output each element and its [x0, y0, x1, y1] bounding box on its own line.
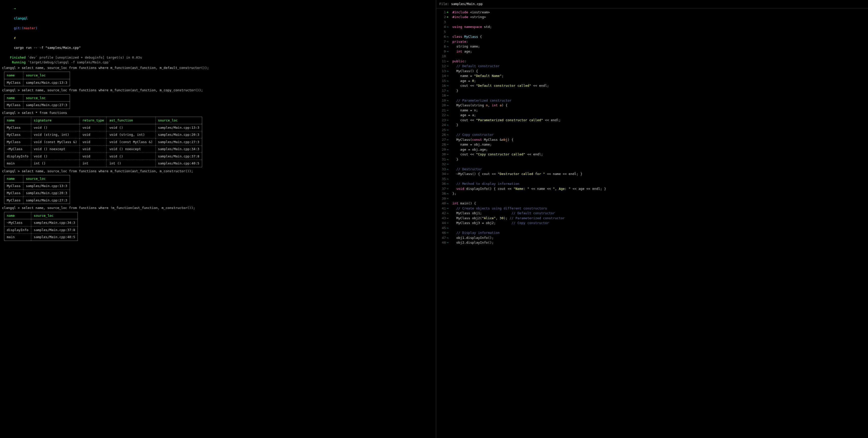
gutter-line: 42~ — [439, 211, 450, 216]
code-line[interactable]: }; — [453, 191, 606, 196]
repl-prompt: clangql > — [2, 66, 22, 70]
gutter-line: 2+ — [439, 14, 450, 20]
table-cell: MyClass — [4, 102, 23, 109]
code-line[interactable]: cout << "Parameterized constructor calle… — [453, 118, 606, 123]
code-line[interactable]: // Default constructor — [453, 64, 606, 69]
git-branch: master — [24, 26, 35, 30]
git-dirty-icon: ✗ — [14, 36, 16, 40]
code-line[interactable]: obj1.displayInfo(); — [453, 235, 606, 240]
table-cell: void () — [107, 153, 155, 160]
code-line[interactable]: #include <string> — [453, 14, 606, 20]
table-cell: samples/Main.cpp:27:3 — [23, 102, 70, 109]
code-line[interactable]: name = n; — [453, 108, 606, 113]
code-line[interactable]: MyClass obj1; // Default constructor — [453, 211, 606, 216]
code-line[interactable]: name = obj.name; — [453, 142, 606, 147]
code-line[interactable]: int age; — [453, 49, 606, 54]
table-header-cell: name — [4, 117, 31, 124]
code-line[interactable]: #include <iostream> — [453, 10, 606, 15]
code-line[interactable] — [453, 176, 606, 181]
code-line[interactable]: int main() { — [453, 201, 606, 206]
git-open: git:( — [14, 26, 24, 30]
code-line[interactable]: MyClass(const MyClass &obj) { — [453, 137, 606, 142]
table-cell: int — [80, 160, 107, 167]
code-line[interactable] — [453, 128, 606, 133]
running-text: `target/debug/clangql -f samples/Main.cp… — [26, 60, 111, 64]
code-line[interactable] — [453, 162, 606, 167]
code-line[interactable]: age = 0; — [453, 78, 606, 83]
code-line[interactable]: cout << "Copy constructor called" << end… — [453, 152, 606, 157]
table-cell: void (string, int) — [107, 131, 155, 139]
gutter-line: 25~ — [439, 128, 450, 133]
gutter-line: 29~ — [439, 147, 450, 152]
gutter-line: 11~ — [439, 59, 450, 64]
table-row: MyClasssamples/Main.cpp:27:3 — [4, 102, 70, 109]
gutter-line: 47~ — [439, 235, 450, 240]
gutter-line: 36~ — [439, 181, 450, 186]
code-line[interactable]: string name; — [453, 44, 606, 49]
code-line[interactable]: obj2.displayInfo(); — [453, 240, 606, 245]
code-content[interactable]: #include <iostream>#include <string> usi… — [451, 8, 608, 247]
table-cell: MyClass — [4, 79, 23, 86]
table-cell: void — [80, 131, 107, 139]
code-line[interactable]: // Display information — [453, 230, 606, 235]
gutter-line: 18~ — [439, 93, 450, 98]
code-line[interactable] — [453, 29, 606, 34]
code-line[interactable] — [453, 20, 606, 25]
code-line[interactable]: MyClass obj2("Alice", 30); // Parameteri… — [453, 216, 606, 221]
code-area[interactable]: 1+2+34~56~7~8~9~1011~12~13~14~15~16~17~1… — [436, 8, 868, 247]
prompt-arrow-icon: → — [14, 6, 16, 10]
table-header-cell: ast_function — [107, 117, 155, 124]
code-line[interactable]: name = "Default Name"; — [453, 73, 606, 78]
code-line[interactable]: public: — [453, 59, 606, 64]
code-line[interactable]: age = a; — [453, 113, 606, 118]
code-line[interactable]: } — [453, 88, 606, 93]
code-line[interactable] — [453, 54, 606, 59]
code-line[interactable]: // Create objects using different constr… — [453, 206, 606, 211]
code-line[interactable]: // Destructor — [453, 167, 606, 172]
code-line[interactable]: MyClass obj3 = obj2; // Copy constructor — [453, 221, 606, 226]
repl-query-line[interactable]: clangql > select * from functions — [2, 110, 434, 115]
code-line[interactable]: } — [453, 123, 606, 128]
table-row: MyClasssamples/Main.cpp:13:3 — [4, 79, 70, 86]
repl-query-line[interactable]: clangql > select name, source_loc from f… — [2, 65, 434, 70]
cargo-finished-line: Finished `dev` profile [unoptimized + de… — [2, 55, 434, 60]
gutter-line: 16~ — [439, 83, 450, 88]
file-view-pane[interactable]: File: samples/Main.cpp 1+2+34~56~7~8~9~1… — [436, 0, 868, 438]
table-header-cell: signature — [31, 117, 80, 124]
code-line[interactable]: MyClass(string n, int a) { — [453, 103, 606, 108]
repl-query-line[interactable]: clangql > select name, source_loc from f… — [2, 88, 434, 93]
repl-query-line[interactable]: clangql > select name, source_loc from f… — [2, 169, 434, 174]
code-line[interactable]: class MyClass { — [453, 34, 606, 39]
code-line[interactable]: ~MyClass() { cout << "Destructor called … — [453, 171, 606, 176]
code-line[interactable]: // Copy constructor — [453, 132, 606, 137]
table-row: ~MyClasssamples/Main.cpp:34:3 — [4, 219, 78, 227]
table-cell: MyClass — [4, 124, 31, 131]
repl-prompt: clangql > — [2, 206, 22, 210]
code-line[interactable]: age = obj.age; — [453, 147, 606, 152]
code-line[interactable] — [453, 196, 606, 201]
gutter-line: 13~ — [439, 69, 450, 74]
table-header-cell: name — [4, 175, 23, 182]
table-cell: void () — [107, 124, 155, 131]
terminal-pane[interactable]: → clangql git:(master) ✗ cargo run -- -f… — [0, 0, 436, 438]
code-line[interactable]: cout << "Default constructor called" << … — [453, 83, 606, 88]
cwd-label: clangql — [14, 16, 28, 20]
code-line[interactable]: } — [453, 157, 606, 162]
gutter-line: 14~ — [439, 73, 450, 78]
git-close: ) — [35, 26, 37, 30]
code-line[interactable]: // Parameterized constructor — [453, 98, 606, 103]
code-line[interactable]: using namespace std; — [453, 24, 606, 29]
code-line[interactable]: // Method to display information — [453, 181, 606, 186]
code-line[interactable]: MyClass() { — [453, 69, 606, 74]
repl-query-line[interactable]: clangql > select name, source_loc from f… — [2, 205, 434, 210]
gutter-line: 34~ — [439, 171, 450, 176]
code-line[interactable] — [453, 226, 606, 231]
table-cell: samples/Main.cpp:27:3 — [155, 138, 202, 145]
code-line[interactable] — [453, 93, 606, 98]
code-line[interactable]: void displayInfo() { cout << "Name: " <<… — [453, 186, 606, 191]
result-table: namesource_locMyClasssamples/Main.cpp:13… — [4, 72, 70, 86]
gutter-line: 48~ — [439, 240, 450, 245]
gutter-line: 10 — [439, 54, 450, 59]
table-cell: void — [80, 145, 107, 153]
code-line[interactable]: private: — [453, 39, 606, 44]
